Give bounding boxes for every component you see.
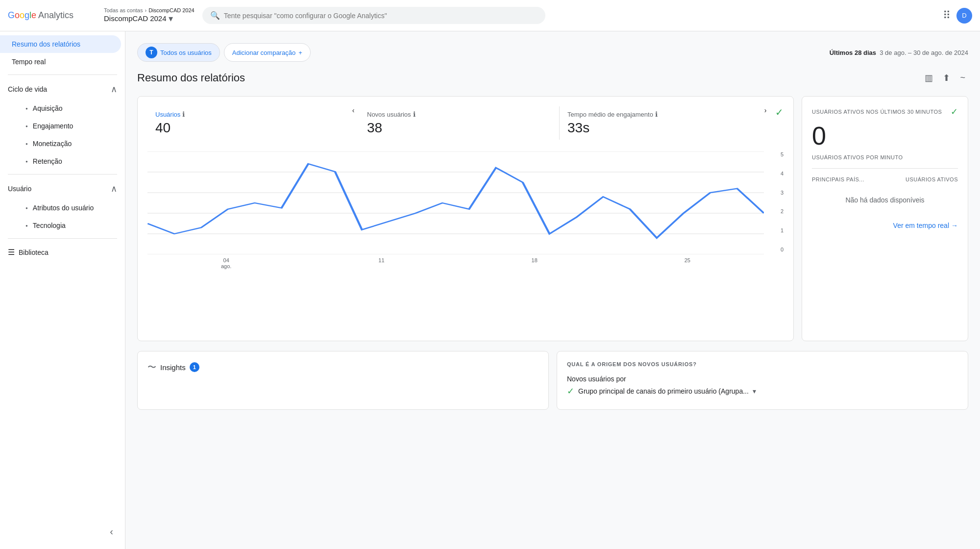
x-label-04: 04 ago.: [221, 257, 231, 269]
sidebar-item-biblioteca[interactable]: ☰ Biblioteca: [0, 243, 125, 262]
chart-x-labels: 04 ago. 11 18 25: [147, 257, 764, 269]
sidebar-collapse-area: ‹: [0, 522, 125, 541]
sidebar-item-engajamento[interactable]: ● Engajamento: [16, 117, 121, 135]
search-bar[interactable]: 🔍: [202, 7, 545, 24]
active-users-card: USUÁRIOS ATIVOS NOS ÚLTIMOS 30 MINUTOS ✓…: [802, 96, 968, 341]
new-users-value: 38: [367, 120, 551, 136]
new-users-info-icon[interactable]: ℹ: [413, 110, 416, 118]
users-value: 40: [155, 120, 340, 136]
insights-label: Insights: [160, 363, 186, 372]
main-chart-card: Usuários ℹ 40 ‹ Novos usuários ℹ 38 Temp…: [137, 96, 794, 341]
chart-y-labels: 5 4 3 2 1 0: [781, 151, 784, 254]
bullet-icon: ●: [25, 142, 28, 146]
sidebar-section-lifecycle[interactable]: Ciclo de vida ∧: [0, 79, 125, 100]
chart-icon[interactable]: ~: [957, 70, 968, 86]
segment-button[interactable]: T Todos os usuários: [137, 43, 220, 62]
users-label[interactable]: Usuários ℹ: [155, 110, 340, 118]
sidebar-item-realtime[interactable]: Tempo real: [0, 53, 121, 71]
metrics-prev-button[interactable]: ‹: [347, 106, 359, 114]
app-logo: Google Analytics: [8, 10, 96, 21]
engagement-value: 33s: [567, 120, 752, 136]
sidebar-lifecycle-children: ● Aquisição ● Engajamento ● Monetização …: [0, 100, 125, 170]
dropdown-arrow-icon[interactable]: ▾: [753, 387, 756, 395]
line-chart: [147, 151, 764, 254]
dropdown-value: Grupo principal de canais do primeiro us…: [578, 387, 749, 395]
sidebar-item-atributos[interactable]: ● Atributos do usuário: [16, 199, 121, 217]
engagement-info-icon[interactable]: ℹ: [655, 110, 658, 118]
dropdown-check-icon: ✓: [567, 386, 574, 397]
metric-users: Usuários ℹ 40: [147, 106, 347, 140]
no-data-message: Não há dados disponíveis: [812, 186, 958, 214]
bullet-icon: ●: [25, 206, 28, 210]
collapse-sidebar-button[interactable]: ‹: [106, 522, 117, 541]
sidebar-section-usuario[interactable]: Usuário ∧: [0, 178, 125, 199]
page-title: Resumo dos relatórios: [137, 72, 245, 84]
users-info-icon[interactable]: ℹ: [182, 110, 185, 118]
insights-card: 〜 Insights 1: [137, 351, 549, 410]
sidebar-item-monetizacao[interactable]: ● Monetização: [16, 135, 121, 152]
account-section: Todas as contas › DiscompCAD 2024 Discom…: [104, 7, 195, 24]
sidebar-item-aquisicao[interactable]: ● Aquisição: [16, 100, 121, 117]
columns-icon[interactable]: ▥: [922, 70, 936, 86]
active-users-check-icon: ✓: [951, 106, 958, 117]
add-icon: +: [298, 49, 302, 56]
chart-area: [147, 151, 764, 254]
dropdown-row: ✓ Grupo principal de canais do primeiro …: [567, 386, 958, 397]
page-title-row: Resumo dos relatórios ▥ ⬆ ~: [137, 70, 968, 86]
avatar[interactable]: D: [956, 8, 972, 24]
controls-left: T Todos os usuários Adicionar comparação…: [137, 43, 311, 62]
metrics-next-button[interactable]: ›: [760, 106, 771, 114]
bullet-icon: ●: [25, 124, 28, 128]
new-users-origin-card: QUAL É A ORIGEM DOS NOVOS USUÁRIOS? Novo…: [557, 351, 968, 410]
top-controls: T Todos os usuários Adicionar comparação…: [137, 43, 968, 62]
search-icon: 🔍: [210, 11, 220, 20]
controls-right: Últimos 28 dias 3 de ago. – 30 de ago. d…: [830, 49, 968, 56]
share-icon[interactable]: ⬆: [940, 70, 953, 86]
bullet-icon: ●: [25, 159, 28, 164]
page-title-icons: ▥ ⬆ ~: [922, 70, 968, 86]
library-icon: ☰: [8, 248, 15, 257]
active-users-per-min: USUÁRIOS ATIVOS POR MINUTO: [812, 154, 958, 160]
new-users-label[interactable]: Novos usuários ℹ: [367, 110, 551, 118]
arrow-right-icon: →: [951, 222, 958, 229]
main-content: T Todos os usuários Adicionar comparação…: [125, 31, 980, 549]
card-divider: [812, 168, 958, 169]
chevron-up-icon-2: ∧: [111, 183, 117, 194]
account-selector[interactable]: DiscompCAD 2024 ▾: [104, 13, 195, 24]
insights-badge: 1: [190, 362, 199, 372]
active-users-count: 0: [812, 121, 958, 150]
sidebar-item-retencao[interactable]: ● Retenção: [16, 152, 121, 170]
bullet-icon: ●: [25, 224, 28, 228]
sidebar-usuario-children: ● Atributos do usuário ● Tecnologia: [0, 199, 125, 234]
real-time-link[interactable]: Ver em tempo real →: [812, 222, 958, 229]
x-label-25: 25: [685, 257, 690, 269]
metric-engagement: Tempo médio de engajamento ℹ 33s: [559, 106, 760, 140]
breadcrumb-arrow: ›: [145, 7, 147, 13]
x-label-11: 11: [378, 257, 384, 269]
sidebar-divider-2: [8, 174, 117, 175]
add-comparison-button[interactable]: Adicionar comparação +: [224, 43, 311, 62]
chevron-down-icon: ▾: [169, 13, 173, 24]
search-input[interactable]: [224, 12, 538, 20]
breadcrumb: Todas as contas › DiscompCAD 2024: [104, 7, 195, 13]
chart-container: 5 4 3 2 1 0 04 ago. 11 18: [147, 151, 784, 269]
chevron-up-icon: ∧: [111, 84, 117, 95]
metrics-row: Usuários ℹ 40 ‹ Novos usuários ℹ 38 Temp…: [147, 106, 784, 140]
active-users-table-header: PRINCIPAIS PAÍS... USUÁRIOS ATIVOS: [812, 176, 958, 182]
cards-row: Usuários ℹ 40 ‹ Novos usuários ℹ 38 Temp…: [137, 96, 968, 341]
sidebar-divider-3: [8, 238, 117, 239]
bottom-cards-row: 〜 Insights 1 QUAL É A ORIGEM DOS NOVOS U…: [137, 351, 968, 410]
segment-icon: T: [146, 47, 157, 58]
insights-chart-icon: 〜: [147, 361, 156, 373]
metric-new-users: Novos usuários ℹ 38: [359, 106, 559, 140]
insights-row: 〜 Insights 1: [147, 361, 539, 373]
engagement-label[interactable]: Tempo médio de engajamento ℹ: [567, 110, 752, 118]
origin-section-title: QUAL É A ORIGEM DOS NOVOS USUÁRIOS?: [567, 361, 958, 367]
date-range: Últimos 28 dias 3 de ago. – 30 de ago. d…: [830, 49, 968, 56]
sidebar-item-report-summary[interactable]: Resumo dos relatórios: [0, 35, 121, 53]
sidebar-item-tecnologia[interactable]: ● Tecnologia: [16, 217, 121, 234]
topbar: Google Analytics Todas as contas › Disco…: [0, 0, 980, 31]
topbar-right: ⠿ D: [943, 8, 972, 24]
sidebar-divider-1: [8, 75, 117, 75]
grid-icon[interactable]: ⠿: [943, 9, 951, 22]
